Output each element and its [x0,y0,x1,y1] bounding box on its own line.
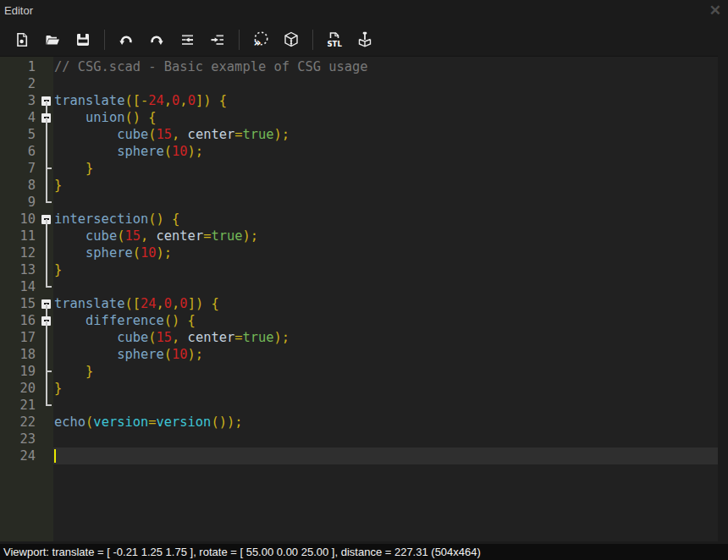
code-text [53,194,718,211]
line-number: 10 [0,211,39,228]
render-icon [282,30,301,49]
code-line[interactable]: 20} [0,380,718,397]
unindent-button[interactable] [174,27,200,52]
code-line[interactable]: 14 [0,278,718,295]
line-number: 8 [0,177,39,194]
code-line[interactable]: 11 cube(15, center=true); [0,228,718,244]
fold-marker[interactable] [39,295,53,312]
code-line[interactable]: 9 [0,194,718,211]
code-text: } [53,363,718,380]
code-text: echo(version=version()); [53,414,718,431]
code-line[interactable]: 10intersection() { [0,211,718,228]
line-number: 15 [0,295,39,312]
code-line[interactable]: 2 [0,75,718,92]
save-button[interactable] [70,27,96,52]
code-line[interactable]: 4 union() { [0,109,718,126]
status-text: Viewport: translate = [ -0.21 1.25 1.75 … [0,546,481,558]
code-line[interactable]: 1// CSG.scad - Basic example of CSG usag… [0,58,718,75]
open-file-button[interactable] [40,27,65,52]
code-text: sphere(10); [53,346,718,363]
line-number: 4 [0,109,39,126]
fold-marker[interactable] [39,312,53,329]
code-text [53,431,718,447]
fold-marker[interactable] [39,109,53,126]
code-line[interactable]: 23 [0,431,718,447]
fold-guide [39,261,53,278]
export-stl-button[interactable]: STL [322,27,347,52]
export-stl-icon: STL [325,30,344,49]
fold-marker[interactable] [39,92,53,109]
redo-button[interactable] [144,27,169,52]
line-number: 3 [0,92,39,109]
code-line[interactable]: 17 cube(15, center=true); [0,329,718,346]
fold-guide [39,160,53,177]
line-number: 11 [0,228,39,244]
new-file-button[interactable] [9,27,35,52]
fold-guide [39,194,53,211]
indent-button[interactable] [205,27,230,52]
line-number: 17 [0,329,39,346]
code-text [53,278,718,295]
fold-guide [39,126,53,143]
print-3d-icon [356,30,374,49]
fold-guide [39,447,53,464]
statusbar: Viewport: translate = [ -0.21 1.25 1.75 … [0,544,728,560]
fold-guide [39,143,53,160]
code-line[interactable]: 7 } [0,160,718,177]
panel-title: Editor [4,4,33,17]
close-icon[interactable]: ✕ [709,3,721,19]
code-line[interactable]: 15translate([24,0,0]) { [0,295,718,312]
unindent-icon [179,31,196,48]
line-number: 14 [0,278,39,295]
code-lines: 1// CSG.scad - Basic example of CSG usag… [0,57,718,464]
line-number: 24 [0,447,39,464]
code-line[interactable]: 19 } [0,363,718,380]
fold-guide [39,346,53,363]
fold-guide [39,278,53,295]
line-number: 13 [0,261,39,278]
code-text: cube(15, center=true); [53,329,718,346]
toolbar-separator [104,30,105,50]
fold-guide [39,244,53,261]
line-number: 22 [0,414,39,431]
line-number: 16 [0,312,39,329]
svg-text:»: » [254,36,262,49]
toolbar-separator [239,30,240,50]
undo-button[interactable] [113,27,139,52]
line-number: 23 [0,431,39,447]
code-line[interactable]: 8} [0,177,718,194]
titlebar: Editor ✕ [0,0,728,24]
code-text [53,397,718,414]
code-line[interactable]: 22echo(version=version()); [0,414,718,431]
code-line[interactable]: 21 [0,397,718,414]
code-line[interactable]: 3translate([-24,0,0]) { [0,92,718,109]
code-text: cube(15, center=true); [53,228,718,244]
code-line[interactable]: 18 sphere(10); [0,346,718,363]
toolbar-separator [312,30,313,50]
code-line[interactable]: 12 sphere(10); [0,244,718,261]
fold-guide [39,58,53,75]
open-folder-icon [44,31,61,48]
line-number: 7 [0,160,39,177]
code-line[interactable]: 5 cube(15, center=true); [0,126,718,143]
fold-guide [39,380,53,397]
code-line[interactable]: 6 sphere(10); [0,143,718,160]
print-3d-button[interactable] [352,27,378,52]
indent-icon [209,31,226,48]
preview-button[interactable]: » [248,27,273,52]
fold-marker[interactable] [39,211,53,228]
code-line[interactable]: 24 [0,447,718,464]
code-text: translate([-24,0,0]) { [53,92,718,109]
render-button[interactable] [279,27,304,52]
fold-guide [39,431,53,447]
code-line[interactable]: 16 difference() { [0,312,718,329]
code-text [53,447,718,464]
code-editor[interactable]: 1// CSG.scad - Basic example of CSG usag… [0,56,718,541]
fold-guide [39,75,53,92]
code-text: } [53,380,718,397]
code-text [53,75,718,92]
code-text: sphere(10); [53,143,718,160]
redo-icon [148,31,165,48]
code-text: difference() { [53,312,718,329]
code-line[interactable]: 13} [0,261,718,278]
